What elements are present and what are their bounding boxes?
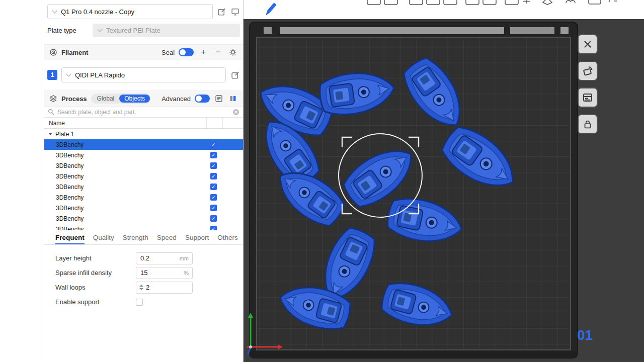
object-label: 3DBenchy — [56, 184, 84, 191]
process-section-title: Process — [61, 95, 87, 103]
tab-quality[interactable]: Quality — [93, 230, 114, 244]
object-row[interactable]: 3DBenchy✓ — [44, 171, 243, 182]
wall-loops-label: Wall loops — [55, 284, 136, 291]
chevron-down-icon — [52, 8, 57, 13]
enable-support-checkbox[interactable] — [136, 299, 143, 306]
visibility-checkbox[interactable]: ✓ — [210, 194, 217, 201]
prepare-sidebar: Q1 Pro 0.4 nozzle - Copy Plate type Text… — [44, 0, 244, 362]
visibility-checkbox[interactable]: ✓ — [210, 226, 217, 230]
remove-filament-button[interactable]: − — [213, 48, 224, 56]
object-row[interactable]: 3DBenchy✓ — [44, 160, 243, 171]
plate-group-row[interactable]: Plate 1 — [44, 129, 243, 139]
object-label: 3DBenchy — [56, 141, 84, 148]
object-row[interactable]: 3DBenchy✓ — [44, 192, 243, 203]
object-row[interactable]: 3DBenchy✓ — [44, 224, 243, 230]
tab-speed[interactable]: Speed — [157, 230, 177, 244]
sparse-infill-label: Sparse infill density — [55, 269, 136, 277]
collapse-caret-icon[interactable] — [48, 133, 52, 135]
tab-frequent[interactable]: Frequent — [55, 230, 85, 244]
plate-front-lip — [250, 351, 578, 358]
printer-panel-button[interactable] — [230, 7, 240, 17]
visibility-checkbox[interactable]: ✓ — [210, 184, 217, 190]
layer-height-row: Layer height mm — [44, 251, 243, 265]
object-row[interactable]: 3DBenchy✓ — [44, 139, 243, 150]
filament-preset-select[interactable]: QIDI PLA Rapido — [61, 67, 226, 82]
plate-type-label: Plate type — [47, 27, 93, 34]
object-row[interactable]: 3DBenchy✓ — [44, 150, 243, 160]
edit-preset-button[interactable] — [216, 7, 226, 17]
visibility-checkbox[interactable]: ✓ — [210, 205, 217, 211]
plate-group-label: Plate 1 — [55, 131, 74, 138]
edit-filament-button[interactable] — [230, 70, 240, 80]
advanced-toggle[interactable] — [195, 95, 210, 103]
plate-type-select[interactable]: Textured PEI Plate — [93, 24, 240, 37]
object-label: 3DBenchy — [56, 194, 84, 201]
wall-loops-input[interactable] — [143, 284, 192, 291]
clear-plate-button[interactable] — [578, 34, 598, 54]
filament-spool-icon — [49, 48, 57, 56]
visibility-checkbox[interactable]: ✓ — [210, 173, 217, 179]
tab-others[interactable]: Others — [217, 230, 238, 244]
plate-number[interactable]: 01 — [577, 327, 593, 343]
object-label: 3DBenchy — [56, 215, 84, 222]
advanced-label: Advanced — [162, 95, 191, 103]
printer-preset-row: Q1 Pro 0.4 nozzle - Copy — [47, 4, 240, 19]
visibility-checkbox[interactable]: ✓ — [210, 162, 217, 169]
tab-support[interactable]: Support — [185, 230, 209, 244]
chevron-down-icon — [98, 27, 103, 32]
arrange-plate-button[interactable] — [578, 87, 598, 108]
object-row[interactable]: 3DBenchy✓ — [44, 203, 243, 213]
visibility-checkbox[interactable]: ✓ — [210, 152, 217, 158]
object-label: 3DBenchy — [56, 205, 84, 212]
process-scope-switch: Global Objects — [91, 94, 151, 104]
filament-slot-badge[interactable]: 1 — [47, 70, 57, 80]
frequent-parameters: Layer height mm Sparse infill density % … — [44, 245, 243, 309]
sparse-infill-unit: % — [184, 270, 189, 276]
object-search-input[interactable] — [57, 109, 229, 116]
scope-global-pill[interactable]: Global — [92, 95, 120, 103]
chevron-down-icon — [66, 71, 71, 76]
object-label: 3DBenchy — [56, 162, 84, 169]
visibility-checkbox[interactable]: ✓ — [210, 141, 217, 148]
plate-type-row: Plate type Textured PEI Plate — [47, 24, 240, 37]
object-row[interactable]: 3DBenchy✓ — [44, 213, 243, 224]
viewport-3d[interactable]: 01 — [244, 0, 644, 362]
plate-marker-strip — [264, 27, 569, 34]
object-row[interactable]: 3DBenchy✓ — [44, 182, 243, 192]
object-label: 3DBenchy — [56, 173, 84, 180]
search-icon — [48, 109, 54, 115]
parameter-compare-icon — [229, 95, 237, 103]
gear-icon — [229, 48, 237, 56]
tab-strength[interactable]: Strength — [123, 230, 148, 244]
auto-orient-button[interactable] — [578, 61, 598, 81]
sparse-infill-field: % — [136, 267, 193, 279]
add-filament-button[interactable]: + — [198, 48, 209, 56]
filament-settings-button[interactable] — [228, 47, 238, 57]
seal-toggle[interactable] — [179, 48, 194, 56]
lock-plate-button[interactable] — [578, 114, 598, 134]
printer-preset-select[interactable]: Q1 Pro 0.4 nozzle - Copy — [47, 4, 213, 19]
clear-search-icon[interactable] — [232, 109, 239, 116]
layer-height-label: Layer height — [55, 254, 136, 262]
filament-slot-row: 1 QIDI PLA Rapido — [47, 67, 240, 82]
object-tree: Plate 1 3DBenchy✓ 3DBenchy✓ 3DBenchy✓ 3D… — [44, 129, 243, 230]
parameter-list-button[interactable] — [214, 94, 224, 104]
printer-preset-value: Q1 Pro 0.4 nozzle - Copy — [61, 8, 134, 16]
filament-preset-value: QIDI PLA Rapido — [75, 71, 125, 79]
scope-objects-pill[interactable]: Objects — [119, 95, 150, 103]
process-section-header: Process Global Objects Advanced — [44, 90, 243, 107]
name-column-header: Name — [49, 120, 65, 127]
close-icon — [582, 39, 593, 50]
filament-section-title: Filament — [61, 49, 88, 56]
object-list-header: Name — [44, 118, 243, 129]
wall-loops-field — [136, 282, 193, 294]
wall-loops-stepper[interactable] — [139, 285, 143, 290]
layer-height-field: mm — [136, 252, 193, 264]
layer-height-unit: mm — [180, 255, 189, 261]
parameter-compare-button[interactable] — [228, 94, 238, 104]
visibility-checkbox[interactable]: ✓ — [210, 215, 217, 222]
lock-icon — [582, 119, 593, 130]
wall-loops-row: Wall loops — [44, 280, 243, 295]
printer-panel-icon — [231, 8, 239, 16]
plate-action-buttons — [578, 34, 598, 134]
